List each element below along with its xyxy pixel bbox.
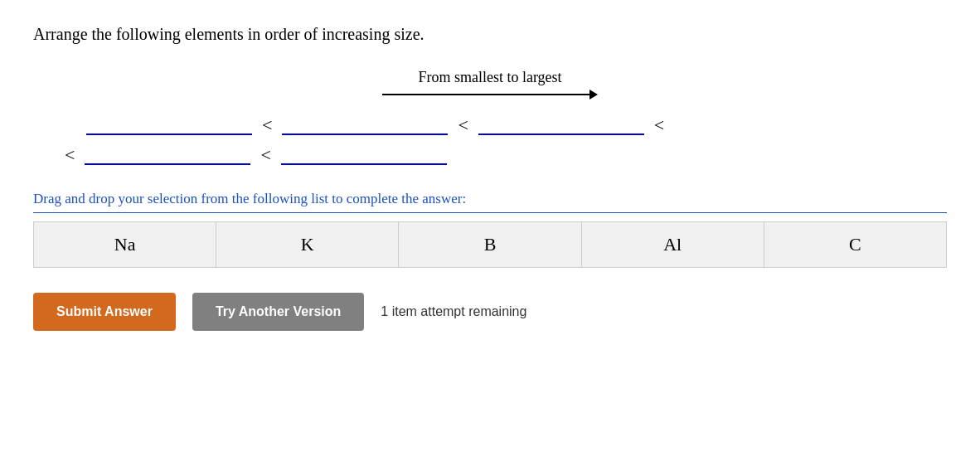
drag-item-al[interactable]: Al xyxy=(582,222,764,267)
arrow-label: From smallest to largest xyxy=(418,69,561,86)
buttons-row: Submit Answer Try Another Version 1 item… xyxy=(33,293,947,331)
try-another-button[interactable]: Try Another Version xyxy=(192,293,364,331)
lt-1: < xyxy=(262,114,272,136)
blank-slot-3[interactable] xyxy=(478,115,644,135)
drag-item-na[interactable]: Na xyxy=(34,222,216,267)
blank-slot-4[interactable] xyxy=(85,145,250,165)
blank-slot-2[interactable] xyxy=(282,115,448,135)
blank-slot-5[interactable] xyxy=(281,145,447,165)
drag-item-c[interactable]: C xyxy=(764,222,946,267)
drag-list: Na K B Al C xyxy=(33,221,947,268)
lt-4: < xyxy=(65,144,75,166)
drag-item-k[interactable]: K xyxy=(216,222,399,267)
drag-instruction: Drag and drop your selection from the fo… xyxy=(33,191,947,213)
attempt-remaining: 1 item attempt remaining xyxy=(381,304,526,319)
submit-button[interactable]: Submit Answer xyxy=(33,293,176,331)
lt-2: < xyxy=(458,114,468,136)
question-text: Arrange the following elements in order … xyxy=(33,25,947,44)
blank-slot-1[interactable] xyxy=(86,115,252,135)
blank-row-1: < < < xyxy=(83,114,947,136)
arrow-graphic xyxy=(382,90,598,100)
lt-5: < xyxy=(260,144,270,166)
lt-3: < xyxy=(654,114,664,136)
blank-row-2: < < xyxy=(58,144,947,166)
arrow-label-container: From smallest to largest xyxy=(33,69,947,100)
drag-item-b[interactable]: B xyxy=(399,222,581,267)
